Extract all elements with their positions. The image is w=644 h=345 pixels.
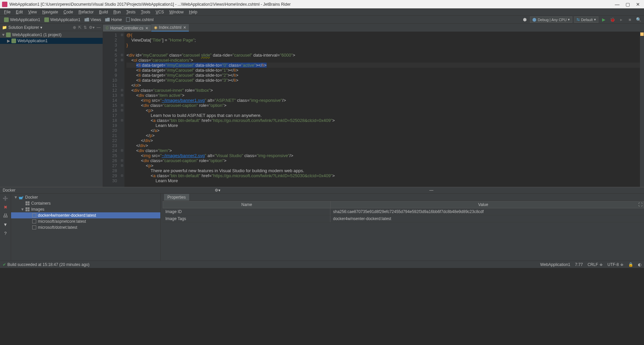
stop-button[interactable]: ■: [627, 16, 633, 23]
menu-edit[interactable]: Edit: [14, 9, 25, 15]
status-caret[interactable]: 7:77: [575, 262, 583, 267]
property-name: Image ID: [163, 208, 330, 215]
menu-build[interactable]: Build: [97, 9, 110, 15]
menu-code[interactable]: Code: [61, 9, 75, 15]
status-lock-icon[interactable]: 🔒: [628, 262, 633, 267]
solution-tree-item[interactable]: ▶WebApplication1: [0, 38, 103, 44]
project-icon: [4, 17, 9, 22]
docker-tree-label: Docker: [25, 195, 38, 200]
breadcrumb-2[interactable]: Views: [83, 17, 103, 23]
docker-hide-icon[interactable]: —: [429, 188, 641, 193]
menu-vcs[interactable]: VCS: [154, 9, 166, 15]
help-icon[interactable]: ?: [3, 230, 8, 236]
menu-tests[interactable]: Tests: [124, 9, 138, 15]
breadcrumb-3[interactable]: Home: [103, 17, 124, 23]
status-encoding[interactable]: UTF-8≑: [607, 262, 624, 267]
maximize-button[interactable]: ▢: [626, 2, 630, 7]
menu-navigate[interactable]: Navigate: [40, 9, 60, 15]
warning-indicator[interactable]: [640, 32, 644, 36]
dropdown-icon[interactable]: ▾: [40, 25, 42, 30]
run-button[interactable]: ▶: [600, 16, 607, 23]
folder-icon: [85, 18, 89, 21]
run-config-label: Default: [581, 18, 593, 22]
status-project[interactable]: WebApplication1: [540, 262, 570, 267]
tree-arrow-icon[interactable]: ▼: [1, 32, 5, 37]
filter-icon[interactable]: ▼: [3, 222, 8, 227]
editor-tab[interactable]: ◉Index.cshtml✕: [151, 24, 189, 31]
menu-window[interactable]: Window: [167, 9, 186, 15]
docker-tree-label: Containers: [31, 201, 51, 206]
build-solution-icon[interactable]: ⬢: [521, 16, 528, 23]
breadcrumb-0[interactable]: WebApplication1: [2, 17, 42, 23]
grid-icon: [25, 207, 30, 211]
docker-gear-icon[interactable]: ⚙▾: [215, 188, 427, 193]
fold-gutter[interactable]: ⊟⊟⊟⊟⊟⊟⊟⊟⊟⊟⊟⊟: [120, 32, 124, 187]
window-title: WebApplication1 [C:\Users\rperes\Documen…: [9, 2, 615, 7]
docker-tree-item[interactable]: microsoft/aspnetcore:latest: [11, 218, 160, 224]
docker-tree[interactable]: ▼DockerContainers▼Imagesdocker4w/nsenter…: [11, 194, 161, 261]
solution-explorer-header: 📁 Solution Explorer ▾ ⊕ ⇱ ⇅ ⚙▾ —: [0, 24, 103, 31]
title-bar: WebApplication1 [C:\Users\rperes\Documen…: [0, 0, 644, 8]
attach-button[interactable]: ▸: [618, 16, 625, 23]
breadcrumb-label: Index.cshtml: [131, 17, 154, 22]
docker-title-bar[interactable]: Docker ⚙▾ —: [0, 187, 644, 194]
close-tab-icon[interactable]: ✕: [145, 26, 148, 30]
property-row[interactable]: Image IDsha256:cae870735e91d8f29efc72455…: [163, 208, 644, 215]
search-button[interactable]: 🔍: [635, 16, 642, 23]
menu-view[interactable]: View: [26, 9, 39, 15]
solution-tree-item[interactable]: ▼WebApplication1 (1 project): [0, 32, 103, 38]
editor-tab[interactable]: ©HomeController.cs✕: [103, 25, 151, 31]
menu-refactor[interactable]: Refactor: [76, 9, 96, 15]
expand-icon[interactable]: ⛶: [636, 201, 644, 208]
code-editor[interactable]: 1234567891011121314151617181920212223242…: [103, 32, 644, 187]
hide-icon[interactable]: —: [97, 25, 101, 30]
breadcrumb-4[interactable]: Index.cshtml: [124, 17, 156, 23]
debug-button[interactable]: 🐞: [609, 16, 616, 23]
run-config-dropdown[interactable]: ⇆ Default ▾: [574, 16, 598, 23]
property-row[interactable]: Image Tagsdocker4w/nsenter-dockerd:lates…: [163, 215, 644, 222]
build-status[interactable]: Build succeeded at 15:18:47 (20 minutes …: [7, 262, 90, 267]
delete-icon[interactable]: ✖: [3, 204, 8, 210]
deploy-icon[interactable]: ➕: [3, 196, 8, 201]
breadcrumb-1[interactable]: WebApplication1: [42, 17, 83, 23]
menu-bar: FileEditViewNavigateCodeRefactorBuildRun…: [0, 8, 644, 16]
menu-tools[interactable]: Tools: [139, 9, 152, 15]
html-file-icon: ◉: [154, 25, 157, 30]
image-icon: [32, 225, 36, 229]
docker-tree-item[interactable]: microsoft/dotnet:latest: [11, 224, 160, 230]
minimize-button[interactable]: —: [615, 2, 620, 7]
target-icon[interactable]: ⊕: [73, 25, 76, 30]
docker-tree-item[interactable]: docker4w/nsenter-dockerd:latest: [11, 212, 160, 218]
menu-file[interactable]: File: [2, 9, 12, 15]
tree-arrow-icon[interactable]: ▼: [20, 207, 24, 212]
tree-arrow-icon[interactable]: ▼: [14, 195, 17, 200]
properties-tab[interactable]: Properties: [164, 194, 189, 201]
docker-tree-item[interactable]: Containers: [11, 200, 160, 206]
tree-icon[interactable]: 品: [3, 213, 8, 218]
line-gutter[interactable]: 1234567891011121314151617181920212223242…: [103, 32, 120, 187]
docker-tree-item[interactable]: ▼Images: [11, 206, 160, 212]
configuration-dropdown[interactable]: ⬤ Debug | Any CPU ▾: [530, 16, 572, 23]
status-processes-icon[interactable]: ◐: [638, 262, 641, 267]
menu-run[interactable]: Run: [111, 9, 123, 15]
menu-help[interactable]: Help: [187, 9, 199, 15]
property-value: sha256:cae870735e91d8f29efc72455d794e592…: [330, 208, 644, 215]
tree-arrow-icon[interactable]: ▶: [7, 39, 10, 43]
error-stripe[interactable]: [640, 32, 644, 187]
grid-icon: [25, 201, 30, 205]
code-content[interactable]: @{ ViewData["Title"] = "Home Page";}<div…: [124, 32, 640, 187]
solution-explorer-panel: 📁 Solution Explorer ▾ ⊕ ⇱ ⇅ ⚙▾ — ▼WebApp…: [0, 24, 103, 187]
check-icon: ✔: [3, 262, 6, 267]
settings-icon[interactable]: ⚙▾: [89, 25, 95, 30]
status-eol[interactable]: CRLF≑: [588, 262, 603, 267]
collapse-icon[interactable]: ⇱: [78, 25, 82, 30]
solution-tree[interactable]: ▼WebApplication1 (1 project)▶WebApplicat…: [0, 31, 103, 187]
docker-tree-label: Images: [31, 207, 44, 212]
column-name[interactable]: Name: [163, 201, 331, 208]
close-button[interactable]: ✕: [636, 2, 640, 7]
tree-item-label: WebApplication1 (1 project): [12, 32, 61, 37]
close-tab-icon[interactable]: ✕: [183, 25, 186, 30]
column-value[interactable]: Value: [331, 201, 636, 208]
docker-tree-item[interactable]: ▼Docker: [11, 194, 160, 200]
sort-icon[interactable]: ⇅: [84, 25, 87, 30]
